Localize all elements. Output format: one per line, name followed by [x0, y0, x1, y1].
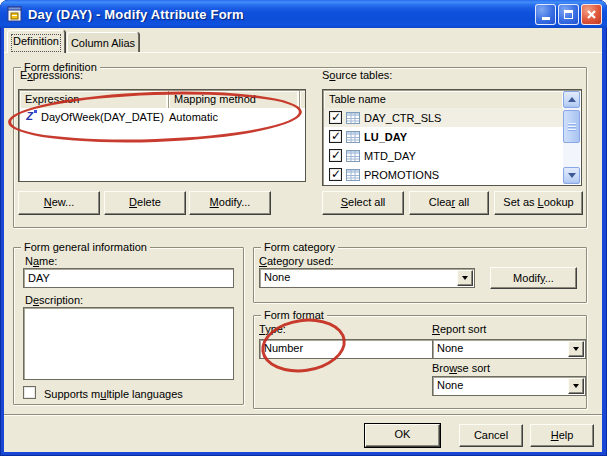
modify-category-button[interactable]: Modify...: [490, 267, 577, 289]
delete-button[interactable]: Delete: [104, 191, 186, 215]
name-label: Name:: [25, 255, 57, 267]
chevron-down-icon: [462, 276, 468, 280]
new-button[interactable]: New...: [18, 191, 100, 215]
tab-definition[interactable]: Definition: [7, 30, 65, 53]
mapping-method-cell: Automatic: [169, 111, 218, 123]
form-format-legend: Form format: [261, 309, 327, 321]
table-checkbox[interactable]: [329, 111, 342, 124]
source-tables-label: Source tables:: [322, 69, 392, 81]
table-checkbox[interactable]: [329, 130, 342, 143]
table-name: PROMOTIONS: [364, 169, 439, 181]
browse-sort-label: Browse sort: [432, 362, 490, 374]
window-title: Day (DAY) - Modify Attribute Form: [28, 7, 244, 22]
browse-sort-value: None: [437, 379, 565, 391]
spacer-column-header: [300, 91, 306, 108]
dropdown-button[interactable]: [568, 341, 584, 357]
scroll-down-icon: [568, 173, 576, 178]
category-used-value: None: [264, 271, 454, 283]
table-icon: [346, 131, 360, 143]
chevron-down-icon: [573, 384, 579, 388]
form-general-information-legend: Form general information: [21, 241, 150, 253]
select-all-button[interactable]: Select all: [322, 191, 404, 215]
table-name: LU_DAY: [364, 131, 407, 143]
expressions-column-header[interactable]: Expression: [20, 91, 169, 108]
footer-separator: [4, 414, 602, 416]
tab-column-alias-label: Column Alias: [71, 37, 135, 49]
title-bar[interactable]: Day (DAY) - Modify Attribute Form: [0, 0, 607, 28]
dropdown-button[interactable]: [568, 378, 584, 394]
supports-multiple-languages-checkbox[interactable]: [23, 386, 36, 399]
tab-focus-rect: [11, 34, 61, 52]
close-button[interactable]: [581, 4, 602, 25]
description-input[interactable]: [23, 307, 234, 380]
table-icon: [346, 169, 360, 181]
help-button[interactable]: Help: [530, 424, 594, 447]
table-checkbox[interactable]: [329, 149, 342, 162]
scrollbar-grip-icon: [568, 123, 576, 131]
minimize-button[interactable]: [535, 4, 556, 25]
expressions-label: Expressions:: [20, 69, 83, 81]
table-row[interactable]: PROMOTIONS: [324, 165, 563, 184]
expressions-list[interactable]: Expression Mapping method Z DayOfWeek(DA…: [18, 89, 306, 182]
type-label: Type:: [259, 323, 286, 335]
scrollbar-up-button[interactable]: [563, 91, 580, 108]
description-label: Description:: [25, 294, 83, 306]
table-row[interactable]: LU_DAY: [324, 127, 563, 146]
category-used-dropdown[interactable]: None: [259, 268, 475, 288]
maximize-button[interactable]: [558, 4, 579, 25]
table-checkbox[interactable]: [329, 168, 342, 181]
report-sort-dropdown[interactable]: None: [432, 339, 586, 359]
tab-column-alias[interactable]: Column Alias: [67, 32, 139, 53]
set-as-lookup-button[interactable]: Set as Lookup: [494, 191, 583, 215]
scrollbar-thumb[interactable]: [563, 110, 580, 143]
dropdown-button[interactable]: [457, 270, 473, 286]
chevron-down-icon: [573, 347, 579, 351]
table-row[interactable]: MTD_DAY: [324, 146, 563, 165]
source-tables-list[interactable]: Table name DAY_CTR_SLS: [322, 89, 582, 186]
cancel-button[interactable]: Cancel: [459, 424, 523, 447]
table-name-column-header[interactable]: Table name: [324, 91, 565, 108]
maximize-icon: [564, 10, 573, 19]
table-name: DAY_CTR_SLS: [364, 112, 441, 124]
browse-sort-dropdown[interactable]: None: [432, 376, 586, 396]
table-name: MTD_DAY: [364, 150, 416, 162]
supports-multiple-languages-label: Supports multiple languages: [44, 388, 183, 400]
scroll-up-icon: [568, 97, 576, 102]
modify-attribute-form-dialog: Day (DAY) - Modify Attribute Form Defini…: [0, 0, 607, 456]
expression-cell: DayOfWeek(DAY_DATE): [41, 111, 169, 123]
definition-tab-page: Form definition Expressions: Expression …: [4, 52, 602, 414]
form-category-legend: Form category: [261, 241, 338, 253]
source-tables-scrollbar[interactable]: [563, 91, 580, 184]
window-icon: [7, 6, 23, 22]
expression-row[interactable]: Z DayOfWeek(DAY_DATE) Automatic: [20, 108, 304, 125]
mapping-method-column-header[interactable]: Mapping method: [169, 91, 300, 108]
clear-all-button[interactable]: Clear all: [409, 191, 489, 215]
category-used-label: Category used:: [259, 255, 334, 267]
report-sort-value: None: [437, 342, 565, 354]
report-sort-label: Report sort: [432, 323, 486, 335]
close-icon: [586, 9, 597, 20]
table-row[interactable]: DAY_CTR_SLS: [324, 108, 563, 127]
ok-button[interactable]: OK: [365, 424, 440, 447]
table-icon: [346, 112, 360, 124]
table-icon: [346, 150, 360, 162]
modify-expression-button[interactable]: Modify...: [189, 191, 271, 215]
minimize-icon: [542, 17, 550, 20]
expression-icon: Z: [23, 110, 36, 123]
scrollbar-down-button[interactable]: [563, 167, 580, 184]
name-input[interactable]: [23, 268, 234, 288]
